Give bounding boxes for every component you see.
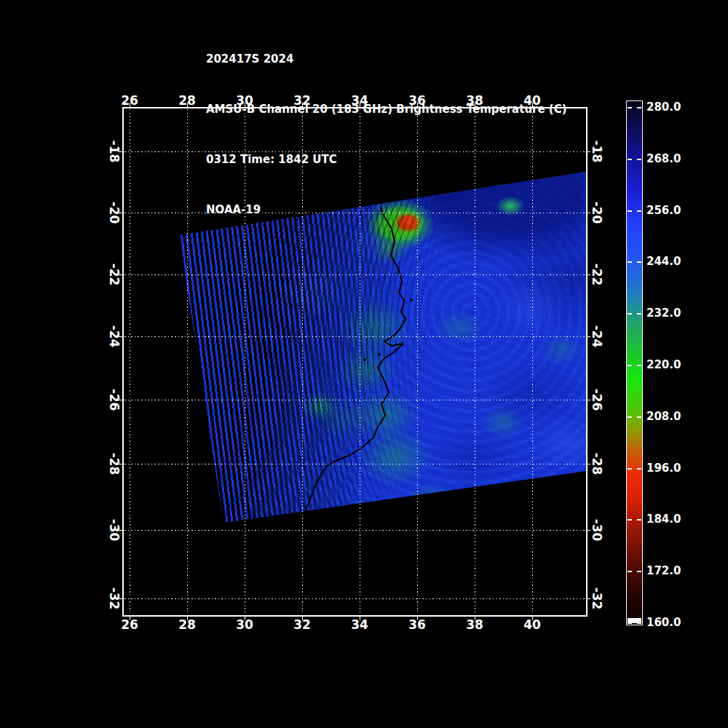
plot-frame xyxy=(122,107,587,617)
y-tick-label-left: -30 xyxy=(108,514,121,546)
y-tick-label-left: -26 xyxy=(108,384,121,416)
colorbar-tick-label: 268.0 xyxy=(646,153,690,165)
colorbar-tick-mark-right xyxy=(637,107,641,108)
colorbar-tick-mark-right xyxy=(637,210,641,212)
x-tick-label-top: 32 xyxy=(286,94,318,107)
colorbar-tick-label: 172.0 xyxy=(646,565,690,577)
title-storm-id: 202417S 2024 xyxy=(206,51,567,68)
y-tick-label-left: -18 xyxy=(108,135,121,167)
x-tick-label-bottom: 36 xyxy=(401,618,433,631)
colorbar-tick-mark-right xyxy=(637,519,641,521)
y-tick-label-right: -24 xyxy=(590,320,604,352)
x-tick-label-top: 40 xyxy=(516,94,548,107)
colorbar-tick-mark-left xyxy=(628,571,632,572)
x-tick-label-top: 36 xyxy=(401,94,433,107)
y-tick-label-left: -20 xyxy=(108,197,121,229)
colorbar-tick-label: 208.0 xyxy=(646,411,690,422)
colorbar-tick-mark-left xyxy=(628,468,632,470)
colorbar-tick-mark-right xyxy=(637,571,641,572)
x-tick-label-top: 26 xyxy=(114,94,146,107)
colorbar-tick-label: 220.0 xyxy=(646,359,690,371)
colorbar-tick-mark-left xyxy=(628,210,632,212)
satellite-bt-plot: 202417S 2024 AMSU-B Channel 20 (183 GHz)… xyxy=(0,0,728,728)
colorbar-tick-mark-left xyxy=(628,261,632,263)
x-tick-label-bottom: 34 xyxy=(344,618,376,631)
colorbar-tick-mark-right xyxy=(637,622,641,624)
y-tick-label-left: -32 xyxy=(108,582,121,614)
colorbar-tick-mark-right xyxy=(637,313,641,314)
colorbar-tick-mark-right xyxy=(637,416,641,418)
colorbar-tick-mark-left xyxy=(628,416,632,418)
x-tick-label-top: 38 xyxy=(459,94,491,107)
y-tick-label-right: -26 xyxy=(590,384,604,416)
colorbar-tick-mark-left xyxy=(628,622,632,624)
colorbar-tick-mark-left xyxy=(628,107,632,108)
y-tick-label-right: -30 xyxy=(590,514,604,546)
colorbar-tick-label: 196.0 xyxy=(646,462,690,474)
x-tick-label-top: 28 xyxy=(171,94,203,107)
x-tick-label-bottom: 26 xyxy=(114,618,146,631)
x-tick-label-top: 34 xyxy=(344,94,376,107)
colorbar-tick-label: 160.0 xyxy=(646,617,690,628)
x-tick-label-top: 30 xyxy=(229,94,261,107)
y-tick-label-left: -28 xyxy=(108,448,121,480)
x-tick-label-bottom: 32 xyxy=(286,618,318,631)
y-tick-label-left: -22 xyxy=(108,258,121,290)
colorbar-tick-mark-right xyxy=(637,468,641,470)
colorbar-tick-label: 244.0 xyxy=(646,256,690,267)
y-tick-label-right: -28 xyxy=(590,448,604,480)
x-tick-label-bottom: 40 xyxy=(516,618,548,631)
colorbar-tick-label: 232.0 xyxy=(646,307,690,319)
colorbar-tick-mark-left xyxy=(628,313,632,314)
colorbar-tick-mark-left xyxy=(628,159,632,160)
y-tick-label-right: -20 xyxy=(590,197,604,229)
colorbar xyxy=(626,100,643,625)
colorbar-gradient xyxy=(627,101,642,625)
y-tick-label-right: -32 xyxy=(590,582,604,614)
x-tick-label-bottom: 28 xyxy=(171,618,203,631)
colorbar-tick-label: 184.0 xyxy=(646,513,690,525)
colorbar-tick-mark-right xyxy=(637,159,641,160)
colorbar-tick-mark-left xyxy=(628,519,632,521)
x-tick-label-bottom: 38 xyxy=(459,618,491,631)
colorbar-tick-label: 280.0 xyxy=(646,101,690,113)
colorbar-tick-label: 256.0 xyxy=(646,205,690,216)
colorbar-tick-mark-right xyxy=(637,365,641,366)
x-tick-label-bottom: 30 xyxy=(229,618,261,631)
y-tick-label-right: -22 xyxy=(590,258,604,290)
colorbar-tick-mark-right xyxy=(637,261,641,263)
y-tick-label-right: -18 xyxy=(590,135,604,167)
y-tick-label-left: -24 xyxy=(108,320,121,352)
colorbar-tick-mark-left xyxy=(628,365,632,366)
